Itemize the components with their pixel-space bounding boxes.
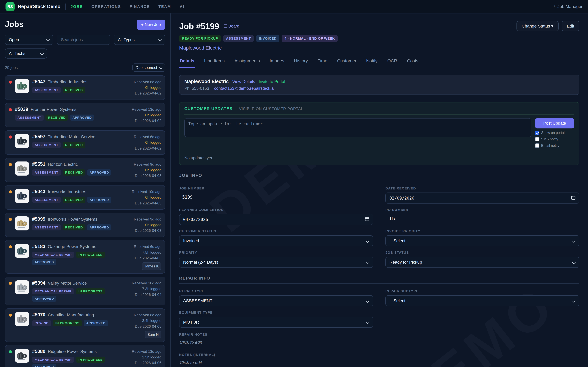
- status-badge: APPROVED: [87, 224, 111, 230]
- job-company: Valley Motor Service: [48, 281, 87, 286]
- tab-notify[interactable]: Notify: [365, 56, 378, 68]
- status-badge: ASSESSMENT: [32, 142, 61, 148]
- app-window: RS RepairStack Demo JOBSOPERATIONSFINANC…: [0, 0, 588, 367]
- email-notify-checkbox[interactable]: Email notify: [535, 143, 574, 148]
- job-card[interactable]: #5597 Timberline Motor Service ASSESSMEN…: [5, 130, 165, 155]
- job-card[interactable]: #5183 Oakridge Power Systems MECHANICAL …: [5, 240, 165, 274]
- equipment-type-select[interactable]: MOTOR: [179, 317, 373, 328]
- repair-notes-edit[interactable]: Click to edit: [179, 339, 579, 345]
- job-card[interactable]: #5080 Ridgeline Power Systems MECHANICAL…: [5, 345, 165, 367]
- nav-item-team[interactable]: TEAM: [158, 4, 171, 9]
- nav-item-finance[interactable]: FINANCE: [130, 4, 150, 9]
- repair-type-select[interactable]: ASSESSMENT: [179, 295, 373, 306]
- job-logged: 0h logged: [125, 140, 161, 145]
- job-info-heading: JOB INFO: [179, 173, 579, 181]
- update-textarea[interactable]: [184, 118, 531, 137]
- tab-time[interactable]: Time: [317, 56, 328, 68]
- checkbox-icon[interactable]: [535, 131, 539, 135]
- repair-notes-label: REPAIR NOTES: [179, 333, 579, 337]
- customer-status-select[interactable]: Invoiced: [179, 235, 373, 246]
- tech-filter-select[interactable]: All Techs: [5, 49, 47, 58]
- change-status-button[interactable]: Change Status ▾: [517, 21, 559, 31]
- customer-name-link[interactable]: Maplewood Electric: [179, 45, 579, 51]
- tab-ocr[interactable]: OCR: [387, 56, 398, 68]
- show-on-portal-checkbox[interactable]: Show on portal: [535, 131, 574, 135]
- search-input[interactable]: Search jobs...: [57, 35, 110, 45]
- job-status-badges: READY FOR PICKUPASSESSMENTINVOICED4 - NO…: [179, 35, 579, 42]
- tab-costs[interactable]: Costs: [406, 56, 419, 68]
- nav-item-ai[interactable]: AI: [180, 4, 184, 9]
- job-logged: 0h logged: [125, 194, 161, 200]
- calendar-icon[interactable]: [365, 217, 369, 222]
- date-received-input[interactable]: 02/09/2026: [385, 192, 579, 204]
- job-status-value: Ready for Pickup: [389, 260, 422, 265]
- status-badge: ASSESSMENT: [32, 169, 61, 175]
- planned-completion-input[interactable]: 04/03/2026: [179, 214, 373, 225]
- job-card[interactable]: #5070 Coastline Manufacturing REWINDIN P…: [5, 309, 165, 342]
- board-link[interactable]: ☰ Board: [223, 24, 239, 29]
- job-company: Ironworks Power Systems: [48, 217, 97, 222]
- job-due: Due 2026-04-04: [125, 292, 161, 297]
- page-title: Job #5199: [179, 21, 219, 31]
- edit-button[interactable]: Edit: [562, 21, 579, 31]
- nav-menu: JOBSOPERATIONSFINANCETEAMAI: [71, 4, 184, 9]
- checkbox-icon[interactable]: [535, 143, 539, 148]
- job-id: #5080: [32, 349, 45, 354]
- tab-assignments[interactable]: Assignments: [234, 56, 260, 68]
- search-placeholder: Search jobs...: [61, 37, 86, 42]
- po-number-label: PO NUMBER: [385, 208, 579, 212]
- type-filter-select[interactable]: All Types: [114, 35, 165, 45]
- updates-divider: [184, 114, 574, 115]
- job-card[interactable]: #5099 Ironworks Power Systems ASSESSMENT…: [5, 213, 165, 237]
- sort-select[interactable]: Due soonest: [132, 63, 165, 72]
- equipment-type-label: EQUIPMENT TYPE: [179, 311, 373, 315]
- invoice-priority-select[interactable]: -- Select --: [385, 235, 579, 246]
- status-dot-icon: [9, 163, 12, 166]
- job-company: Timberline Industries: [48, 80, 87, 84]
- type-filter-value: All Types: [118, 37, 135, 42]
- nav-item-jobs[interactable]: JOBS: [71, 4, 83, 9]
- internal-notes-edit[interactable]: Click to edit: [179, 359, 579, 365]
- priority-select[interactable]: Normal (2-4 Days): [179, 257, 373, 268]
- status-dot-icon: [9, 314, 12, 317]
- tab-customer[interactable]: Customer: [337, 56, 357, 68]
- new-job-button[interactable]: + New Job: [137, 20, 165, 30]
- view-details-link[interactable]: View Details: [232, 79, 255, 84]
- job-received: Received 8d ago: [125, 312, 161, 318]
- job-due: Due 2026-04-03: [125, 228, 161, 233]
- nav-item-operations[interactable]: OPERATIONS: [91, 4, 121, 9]
- post-update-button[interactable]: Post Update: [535, 118, 574, 128]
- job-badges: ASSESSMENTRECEIVED: [32, 141, 122, 148]
- invite-to-portal-link[interactable]: Invite to Portal: [259, 79, 285, 84]
- job-card[interactable]: #5047 Timberline Industries ASSESSMENTRE…: [5, 75, 165, 100]
- tab-details[interactable]: Details: [179, 56, 195, 68]
- job-card[interactable]: #5394 Valley Motor Service MECHANICAL RE…: [5, 277, 165, 305]
- tab-history[interactable]: History: [293, 56, 308, 68]
- calendar-icon[interactable]: [571, 195, 575, 201]
- status-badge: IN PROGRESS: [76, 252, 105, 258]
- job-card[interactable]: #5551 Horizon Electric ASSESSMENTRECEIVE…: [5, 158, 165, 182]
- job-card[interactable]: #5043 Ironworks Industries ASSESSMENTREC…: [5, 185, 165, 210]
- customer-email-link[interactable]: contact153@demo.repairstack.ai: [214, 86, 275, 91]
- status-filter-select[interactable]: Open: [5, 35, 53, 45]
- board-icon: ☰: [223, 24, 227, 28]
- repair-subtype-select[interactable]: -- Select --: [385, 295, 579, 306]
- date-received-label: DATE RECEIVED: [385, 186, 579, 190]
- job-status-select[interactable]: Ready for Pickup: [385, 257, 579, 268]
- job-list: #5047 Timberline Industries ASSESSMENTRE…: [5, 75, 165, 367]
- checkbox-icon[interactable]: [535, 137, 539, 141]
- status-badge: RECEIVED: [63, 142, 85, 148]
- sms-notify-checkbox[interactable]: SMS notify: [535, 137, 574, 141]
- status-badge: RECEIVED: [45, 115, 68, 121]
- job-card[interactable]: #5039 Frontier Power Systems ASSESSMENTR…: [5, 103, 165, 127]
- status-badge: RECEIVED: [63, 197, 85, 203]
- job-due: Due 2026-04-02: [125, 118, 161, 124]
- tab-line-items[interactable]: Line Items: [204, 56, 225, 68]
- job-id: #5047: [32, 79, 45, 84]
- job-badges: ASSESSMENTRECEIVEDAPPROVED: [32, 223, 122, 230]
- status-dot-icon: [9, 350, 12, 353]
- nav-divider: [65, 3, 66, 10]
- job-logged: 0h logged: [125, 222, 161, 228]
- tab-images[interactable]: Images: [269, 56, 285, 68]
- app-logo: RS: [6, 2, 15, 11]
